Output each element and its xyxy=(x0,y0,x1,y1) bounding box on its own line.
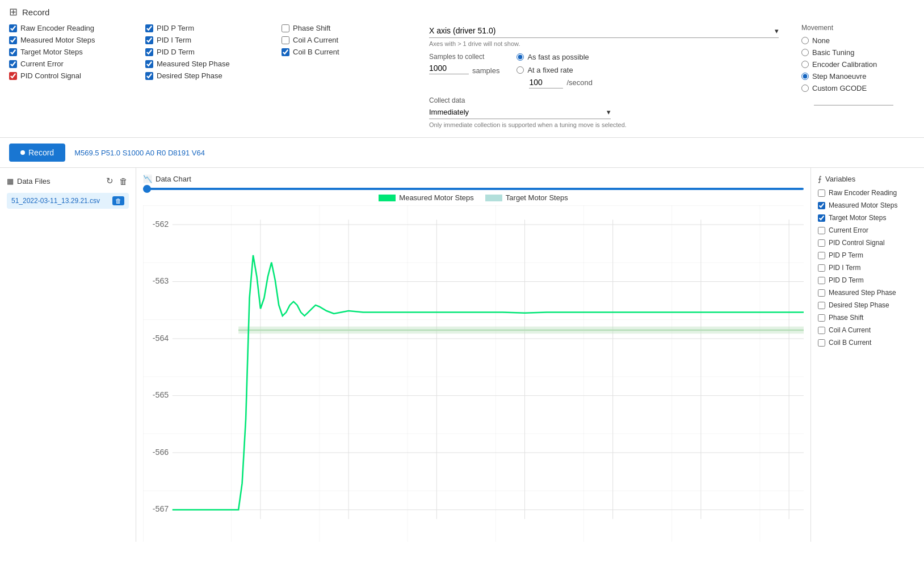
movement-options: None Basic Tuning Encoder Calibration St… xyxy=(801,36,915,106)
svg-text:-567: -567 xyxy=(153,505,169,514)
cb-target-motor[interactable]: Target Motor Steps xyxy=(9,48,134,56)
chart-icon: 📉 xyxy=(143,175,152,183)
movement-none[interactable]: None xyxy=(801,36,915,45)
samples-input[interactable] xyxy=(429,62,469,74)
collect-section: Collect data Immediately ▾ Only immediat… xyxy=(429,96,779,128)
cb-pid-control[interactable]: PID Control Signal xyxy=(9,71,134,80)
var-pid-d[interactable]: PID D Term xyxy=(818,276,917,284)
as-fast-label: As fast as possible xyxy=(527,53,589,61)
var-pid-control[interactable]: PID Control Signal xyxy=(818,239,917,247)
svg-text:-566: -566 xyxy=(153,448,169,457)
cb-pid-p[interactable]: PID P Term xyxy=(145,24,270,32)
cb-desired-step-phase[interactable]: Desired Step Phase xyxy=(145,71,270,80)
legend-target-label: Target Motor Steps xyxy=(506,193,568,202)
var-pid-p[interactable]: PID P Term xyxy=(818,251,917,259)
legend-measured-label: Measured Motor Steps xyxy=(399,193,474,202)
cb-coil-a[interactable]: Coil A Current xyxy=(282,36,406,44)
radio-as-fast[interactable] xyxy=(516,53,524,61)
svg-text:-562: -562 xyxy=(153,220,169,229)
movement-step-manoeuvre[interactable]: Step Manoeuvre xyxy=(801,72,915,81)
chart-slider[interactable] xyxy=(143,188,804,190)
top-panel: ⊞ Record Raw Encoder Reading Measured Mo… xyxy=(0,0,924,138)
var-target-motor[interactable]: Target Motor Steps xyxy=(818,214,917,222)
cb-pid-d[interactable]: PID D Term xyxy=(145,48,270,56)
var-coil-b[interactable]: Coil B Current xyxy=(818,339,917,347)
data-files-title: ▦ Data Files xyxy=(7,177,51,185)
checkbox-col-1: Raw Encoder Reading Measured Motor Steps… xyxy=(9,24,134,128)
collect-selector[interactable]: Immediately ▾ xyxy=(429,106,611,119)
legend-target-color xyxy=(485,195,502,201)
movement-custom-gcode[interactable]: Custom GCODE xyxy=(801,84,915,106)
samples-label: Samples to collect xyxy=(429,53,499,61)
var-phase-shift[interactable]: Phase Shift xyxy=(818,314,917,322)
record-icon: ⊞ xyxy=(9,6,18,18)
axis-dropdown[interactable]: X axis (driver 51.0) xyxy=(429,24,775,37)
chart-title: 📉 Data Chart xyxy=(143,175,804,183)
collect-dropdown[interactable]: Immediately xyxy=(429,106,607,119)
axis-note: Axes with > 1 drive will not show. xyxy=(429,40,779,47)
var-desired-step-phase[interactable]: Desired Step Phase xyxy=(818,301,917,309)
checkbox-col-2: PID P Term PID I Term PID D Term Measure… xyxy=(145,24,270,128)
data-files-label: Data Files xyxy=(17,177,51,185)
cb-measured-motor[interactable]: Measured Motor Steps xyxy=(9,36,134,44)
refresh-button[interactable]: ↻ xyxy=(105,175,115,187)
cb-coil-b[interactable]: Coil B Current xyxy=(282,48,406,56)
cb-raw-encoder[interactable]: Raw Encoder Reading xyxy=(9,24,134,32)
svg-rect-21 xyxy=(238,327,804,334)
custom-gcode-input[interactable] xyxy=(814,95,893,106)
svg-text:-563: -563 xyxy=(153,276,169,285)
cb-pid-i[interactable]: PID I Term xyxy=(145,36,270,44)
record-button[interactable]: Record xyxy=(9,144,65,162)
checkbox-col-3: Phase Shift Coil A Current Coil B Curren… xyxy=(282,24,406,128)
gcode-display: M569.5 P51.0 S1000 A0 R0 D8191 V64 xyxy=(74,149,205,157)
record-dot-icon xyxy=(20,150,25,155)
movement-title: Movement xyxy=(801,24,915,32)
cb-phase-shift[interactable]: Phase Shift xyxy=(282,24,406,32)
chart-panel: 📉 Data Chart Measured Motor Steps Target… xyxy=(136,168,810,542)
variables-panel: ⨍ Variables Raw Encoder Reading Measured… xyxy=(810,168,924,542)
filename: 51_2022-03-11_13.29.21.csv xyxy=(11,197,100,205)
var-measured-motor[interactable]: Measured Motor Steps xyxy=(818,201,917,209)
movement-section: Movement None Basic Tuning Encoder Calib… xyxy=(801,24,915,128)
record-bar: Record M569.5 P51.0 S1000 A0 R0 D8191 V6… xyxy=(0,138,924,168)
cb-current-error[interactable]: Current Error xyxy=(9,60,134,68)
cb-measured-step-phase[interactable]: Measured Step Phase xyxy=(145,60,270,68)
svg-text:-565: -565 xyxy=(153,391,169,400)
movement-basic-tuning[interactable]: Basic Tuning xyxy=(801,48,915,57)
svg-text:-564: -564 xyxy=(153,334,169,343)
data-files-actions: ↻ 🗑 xyxy=(105,175,129,187)
data-files-icon: ▦ xyxy=(7,177,14,185)
movement-encoder-cal[interactable]: Encoder Calibration xyxy=(801,60,915,69)
chart-svg: -562 -563 -564 -565 -566 -567 xyxy=(143,205,804,542)
chart-range-start[interactable] xyxy=(143,188,804,190)
var-current-error[interactable]: Current Error xyxy=(818,226,917,234)
chart-legend: Measured Motor Steps Target Motor Steps xyxy=(143,193,804,202)
record-title: Record xyxy=(22,7,49,17)
var-coil-a[interactable]: Coil A Current xyxy=(818,326,917,334)
axis-selector[interactable]: X axis (driver 51.0) ▾ xyxy=(429,24,779,38)
var-raw-encoder[interactable]: Raw Encoder Reading xyxy=(818,189,917,197)
legend-measured: Measured Motor Steps xyxy=(379,193,474,202)
legend-measured-color xyxy=(379,195,396,201)
vars-icon: ⨍ xyxy=(818,175,822,183)
collect-note: Only immediate collection is supported w… xyxy=(429,121,779,128)
chart-container: -562 -563 -564 -565 -566 -567 xyxy=(143,205,804,542)
delete-all-button[interactable]: 🗑 xyxy=(118,175,129,187)
rate-section: As fast as possible At a fixed rate /sec… xyxy=(516,53,593,88)
chart-title-label: Data Chart xyxy=(156,175,191,183)
fixed-rate-label: At a fixed rate xyxy=(527,66,573,74)
vars-title-label: Variables xyxy=(825,175,855,183)
record-button-label: Record xyxy=(28,148,54,157)
bottom-layout: ▦ Data Files ↻ 🗑 51_2022-03-11_13.29.21.… xyxy=(0,168,924,542)
checkbox-columns: Raw Encoder Reading Measured Motor Steps… xyxy=(9,24,406,128)
var-measured-step-phase[interactable]: Measured Step Phase xyxy=(818,289,917,297)
axis-config: X axis (driver 51.0) ▾ Axes with > 1 dri… xyxy=(429,24,779,128)
legend-target: Target Motor Steps xyxy=(485,193,568,202)
radio-fixed-rate[interactable] xyxy=(516,66,524,74)
file-item[interactable]: 51_2022-03-11_13.29.21.csv 🗑 xyxy=(7,193,129,209)
fixed-rate-input[interactable] xyxy=(529,77,563,88)
file-delete-button[interactable]: 🗑 xyxy=(112,196,124,205)
variables-title: ⨍ Variables xyxy=(818,175,917,183)
var-pid-i[interactable]: PID I Term xyxy=(818,264,917,272)
dropdown-arrow-icon: ▾ xyxy=(775,27,779,35)
